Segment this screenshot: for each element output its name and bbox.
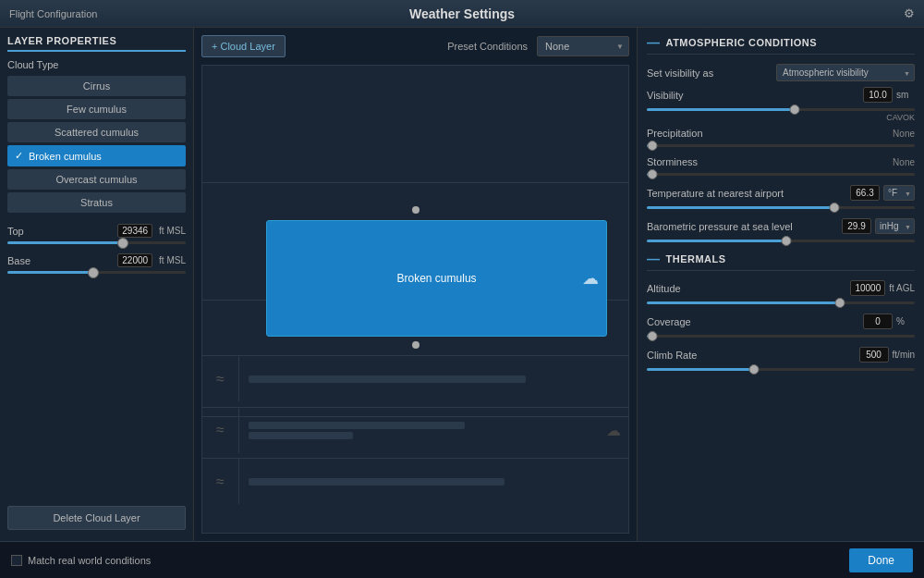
set-visibility-row: Set visibility as Atmospheric visibility xyxy=(647,64,915,81)
altitude-fill xyxy=(647,301,840,304)
base-slider-label: Base xyxy=(7,255,30,266)
base-slider-group: Base 22000 ft MSL xyxy=(7,253,186,274)
storminess-slider[interactable] xyxy=(647,173,915,176)
atmospheric-section-title: ATMOSPHERIC CONDITIONS xyxy=(666,37,818,48)
pressure-thumb[interactable] xyxy=(781,236,791,246)
pressure-unit-select[interactable]: inHg hPa xyxy=(875,218,915,234)
precipitation-label: Precipitation xyxy=(647,128,893,139)
pressure-slider[interactable] xyxy=(647,240,915,242)
cloud-type-list: Cirrus Few cumulus Scattered cumulus Bro… xyxy=(7,76,186,213)
layer-properties-title: LAYER PROPERTIES xyxy=(7,35,186,52)
precipitation-slider[interactable] xyxy=(647,144,915,147)
coverage-row: Coverage 0 % xyxy=(647,314,915,329)
atmospheric-section-header: — ATMOSPHERIC CONDITIONS xyxy=(647,35,915,55)
preset-select-wrapper[interactable]: None xyxy=(537,36,629,56)
altitude-label: Altitude xyxy=(647,283,850,294)
cloud-layer-label: Broken cumulus xyxy=(397,272,477,285)
cloud-type-scattered-cumulus[interactable]: Scattered cumulus xyxy=(7,122,186,142)
match-conditions-checkbox[interactable] xyxy=(11,555,22,566)
cavok-label: CAVOK xyxy=(647,113,915,122)
cloud-layer-block[interactable]: Broken cumulus ☁ xyxy=(266,220,607,337)
climb-rate-unit: ft/min xyxy=(893,350,915,360)
thermals-section-header: — THERMALS xyxy=(647,252,915,271)
delete-cloud-layer-button[interactable]: Delete Cloud Layer xyxy=(7,506,186,530)
done-button[interactable]: Done xyxy=(849,548,913,572)
layer-bar-2a xyxy=(249,422,465,429)
storminess-thumb[interactable] xyxy=(647,169,657,179)
top-slider-track[interactable] xyxy=(7,241,186,244)
layer-bar-1 xyxy=(249,375,526,383)
top-slider-unit: ft MSL xyxy=(159,226,186,236)
climb-rate-slider[interactable] xyxy=(647,368,915,371)
cloud-type-few-cumulus[interactable]: Few cumulus xyxy=(7,99,186,119)
center-panel: + Cloud Layer Preset Conditions None Bro… xyxy=(194,28,638,541)
right-panel: — ATMOSPHERIC CONDITIONS Set visibility … xyxy=(638,28,924,541)
top-slider-group: Top 29346 ft MSL xyxy=(7,224,186,244)
visibility-thumb[interactable] xyxy=(789,105,799,115)
visibility-label: Visibility xyxy=(647,90,863,101)
altitude-row: Altitude 10000 ft AGL xyxy=(647,280,915,296)
temperature-slider[interactable] xyxy=(647,206,915,209)
cloud-type-stratus[interactable]: Stratus xyxy=(7,192,186,213)
base-slider-value[interactable]: 22000 xyxy=(117,253,152,267)
visibility-fill xyxy=(647,108,795,111)
climb-rate-row: Climb Rate 500 ft/min xyxy=(647,347,915,363)
visibility-unit: sm xyxy=(896,90,915,100)
temperature-row: Temperature at nearest airport 66.3 °F °… xyxy=(647,185,915,201)
altitude-thumb[interactable] xyxy=(834,298,845,308)
top-slider-value[interactable]: 29346 xyxy=(117,224,152,238)
pressure-value[interactable]: 29.9 xyxy=(842,218,871,234)
coverage-thumb[interactable] xyxy=(647,331,657,341)
base-slider-fill xyxy=(7,271,93,274)
cloud-icon: ☁ xyxy=(582,268,599,289)
coverage-value[interactable]: 0 xyxy=(863,314,893,329)
visibility-value[interactable]: 10.0 xyxy=(863,87,893,103)
cloud-type-cirrus[interactable]: Cirrus xyxy=(7,76,186,96)
top-slider-fill xyxy=(7,241,123,244)
center-top-bar: + Cloud Layer Preset Conditions None xyxy=(201,35,629,57)
altitude-unit: ft AGL xyxy=(889,283,915,293)
main-content: LAYER PROPERTIES Cloud Type Cirrus Few c… xyxy=(0,28,924,541)
climb-rate-fill xyxy=(647,368,754,371)
add-cloud-layer-button[interactable]: + Cloud Layer xyxy=(201,35,286,57)
layer-row-3: ≈ xyxy=(202,458,628,504)
visibility-slider[interactable] xyxy=(647,108,915,111)
visibility-row: Visibility 10.0 sm xyxy=(647,87,915,103)
coverage-label: Coverage xyxy=(647,316,863,327)
cloud-top-handle[interactable] xyxy=(412,206,419,214)
match-conditions-row: Match real world conditions xyxy=(11,555,151,566)
climb-rate-value[interactable]: 500 xyxy=(859,347,889,363)
climb-rate-thumb[interactable] xyxy=(749,364,760,375)
settings-icon[interactable]: ⚙ xyxy=(904,6,915,20)
precipitation-value: None xyxy=(893,129,915,139)
back-nav[interactable]: Flight Configuration xyxy=(9,8,97,19)
temperature-label: Temperature at nearest airport xyxy=(647,188,850,199)
precipitation-thumb[interactable] xyxy=(647,141,657,151)
coverage-unit: % xyxy=(896,316,915,326)
set-visibility-select[interactable]: Atmospheric visibility xyxy=(776,64,915,81)
left-panel: LAYER PROPERTIES Cloud Type Cirrus Few c… xyxy=(0,28,194,541)
wind-icon-2: ≈ xyxy=(202,408,239,453)
preset-conditions-label: Preset Conditions xyxy=(447,41,528,52)
cloud-type-broken-cumulus[interactable]: Broken cumulus xyxy=(7,145,186,166)
top-slider-thumb[interactable] xyxy=(117,238,128,249)
altitude-slider[interactable] xyxy=(647,301,915,304)
top-slider-label: Top xyxy=(7,226,24,237)
cloud-bottom-handle[interactable] xyxy=(412,341,419,349)
base-slider-track[interactable] xyxy=(7,271,186,274)
temperature-unit-select[interactable]: °F °C xyxy=(883,185,915,201)
temperature-value[interactable]: 66.3 xyxy=(850,185,880,201)
climb-rate-label: Climb Rate xyxy=(647,350,859,361)
altitude-value[interactable]: 10000 xyxy=(850,280,885,296)
storminess-row: Storminess None xyxy=(647,156,915,167)
preset-select[interactable]: None xyxy=(537,36,629,56)
layer-row-1: ≈ xyxy=(202,355,628,401)
base-slider-unit: ft MSL xyxy=(159,255,186,265)
storminess-value: None xyxy=(893,157,915,167)
cloud-type-overcast-cumulus[interactable]: Overcast cumulus xyxy=(7,169,186,190)
base-slider-thumb[interactable] xyxy=(88,267,99,278)
coverage-slider[interactable] xyxy=(647,335,915,338)
layer-bar-2b xyxy=(249,432,353,439)
wind-icon-3: ≈ xyxy=(202,459,239,504)
temperature-thumb[interactable] xyxy=(830,203,840,213)
